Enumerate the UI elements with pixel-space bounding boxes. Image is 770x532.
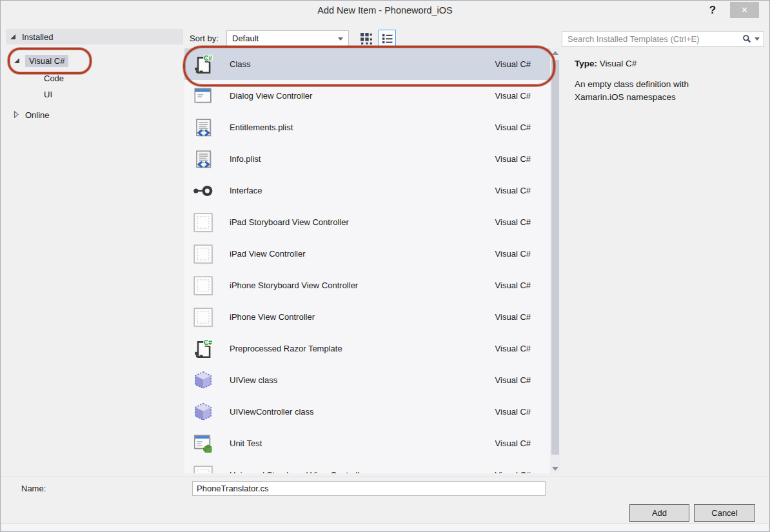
template-name: Unit Test	[230, 438, 495, 448]
template-name: iPhone View Controller	[230, 312, 495, 322]
sidebar-item-visual-csharp[interactable]: Visual C#	[14, 55, 68, 67]
template-name: UIView class	[230, 375, 495, 385]
cube-icon	[192, 369, 214, 391]
template-name: Class	[230, 59, 495, 69]
scrollbar-thumb[interactable]	[551, 60, 559, 455]
description-line: Xamarin.iOS namespaces	[575, 91, 762, 104]
template-type-label: Visual C#	[495, 344, 531, 353]
plist-icon	[192, 117, 214, 139]
template-name: UIViewController class	[230, 407, 495, 417]
type-label: Type:	[575, 59, 597, 68]
dotted-square-icon	[192, 212, 214, 233]
type-value: Visual C#	[600, 59, 637, 68]
installed-label: Installed	[22, 32, 53, 42]
name-input[interactable]	[192, 481, 546, 496]
online-label: Online	[25, 110, 50, 120]
add-new-item-dialog: Add New Item - Phoneword_iOS ? ✕ Install…	[0, 0, 770, 532]
template-type-label: Visual C#	[495, 312, 531, 322]
template-type-label: Visual C#	[495, 186, 531, 195]
template-item-unit-test[interactable]: Unit Test Visual C#	[184, 428, 550, 459]
cancel-button[interactable]: Cancel	[694, 504, 755, 522]
template-item-preprocessed-razor-template[interactable]: Preprocessed Razor Template Visual C#	[184, 333, 550, 364]
add-button[interactable]: Add	[629, 504, 689, 522]
template-item-iphone-view-controller[interactable]: iPhone View Controller Visual C#	[184, 301, 550, 333]
bottom-separator	[1, 476, 769, 477]
list-view-icon	[381, 32, 394, 45]
interface-icon	[192, 180, 214, 202]
dotted-square-icon	[192, 306, 214, 328]
close-button[interactable]: ✕	[730, 2, 759, 18]
dotted-square-icon	[192, 275, 214, 297]
template-name: Preprocessed Razor Template	[230, 344, 495, 353]
template-name: Universal Storyboard View Controller	[230, 470, 495, 473]
template-type-label: Visual C#	[495, 249, 531, 259]
search-box	[562, 31, 764, 47]
template-item-info-plist[interactable]: Info.plist Visual C#	[184, 143, 550, 175]
template-name: Interface	[230, 186, 495, 195]
template-item-entitlements-plist[interactable]: Entitlements.plist Visual C#	[184, 112, 550, 143]
search-input[interactable]	[562, 32, 742, 46]
arrow-up-icon	[552, 51, 558, 55]
template-name: Entitlements.plist	[230, 123, 495, 132]
template-name: Info.plist	[230, 154, 495, 164]
csharp-class-icon	[192, 54, 214, 75]
chevron-down-icon	[755, 37, 760, 41]
template-type-label: Visual C#	[495, 281, 531, 290]
expanded-triangle-icon	[10, 31, 16, 43]
unit-test-icon	[192, 433, 214, 455]
template-type-row: Type: Visual C#	[575, 59, 637, 68]
chevron-down-icon	[338, 37, 343, 41]
template-item-uiviewcontroller-class[interactable]: UIViewController class Visual C#	[184, 396, 550, 428]
template-description: An empty class definition with Xamarin.i…	[575, 78, 762, 104]
template-type-label: Visual C#	[495, 438, 531, 448]
title-bar: Add New Item - Phoneword_iOS ? ✕	[1, 1, 769, 20]
small-icons-view-button[interactable]	[359, 32, 374, 46]
footer-strip	[1, 523, 769, 531]
template-type-label: Visual C#	[495, 470, 531, 473]
description-line: An empty class definition with	[575, 78, 762, 91]
scroll-down-button[interactable]	[550, 464, 560, 473]
ui-label: UI	[44, 90, 52, 99]
dialog-title: Add New Item - Phoneword_iOS	[1, 1, 769, 20]
dotted-square-icon	[192, 243, 214, 265]
cube-icon	[192, 401, 214, 423]
help-button[interactable]: ?	[705, 2, 720, 19]
list-scrollbar[interactable]	[550, 48, 560, 473]
template-type-label: Visual C#	[495, 91, 531, 101]
template-type-label: Visual C#	[495, 375, 531, 385]
template-type-label: Visual C#	[495, 407, 531, 417]
sort-by-value: Default	[232, 31, 259, 46]
sidebar-item-ui[interactable]: UI	[44, 90, 52, 99]
csharp-class-icon	[192, 338, 214, 360]
visual-csharp-label: Visual C#	[25, 55, 68, 67]
sidebar-item-online[interactable]: Online	[13, 110, 50, 120]
search-icon	[742, 34, 752, 44]
list-view-button[interactable]	[379, 30, 396, 47]
template-item-dialog-view-controller[interactable]: Dialog View Controller Visual C#	[184, 80, 550, 112]
template-name: iPhone Storyboard View Controller	[230, 281, 495, 290]
template-type-label: Visual C#	[495, 217, 531, 227]
template-item-ipad-view-controller[interactable]: iPad View Controller Visual C#	[184, 238, 550, 270]
dialog-window-icon	[192, 85, 214, 107]
sidebar-item-installed[interactable]: Installed	[6, 29, 183, 44]
sort-by-label: Sort by:	[190, 30, 219, 47]
code-label: Code	[44, 74, 64, 83]
collapsed-triangle-icon	[13, 110, 19, 120]
dotted-square-icon	[192, 464, 214, 474]
name-label: Name:	[21, 480, 46, 497]
template-item-uiview-class[interactable]: UIView class Visual C#	[184, 364, 550, 396]
template-name: iPad View Controller	[230, 249, 495, 259]
template-type-label: Visual C#	[495, 123, 531, 132]
template-item-iphone-storyboard-view-controller[interactable]: iPhone Storyboard View Controller Visual…	[184, 270, 550, 301]
template-item-universal-storyboard-view-controller[interactable]: Universal Storyboard View Controller Vis…	[184, 459, 550, 473]
template-type-label: Visual C#	[495, 154, 531, 164]
search-controls[interactable]	[742, 34, 760, 44]
scroll-up-button[interactable]	[550, 48, 560, 57]
template-list: Class Visual C# Dialog View Controller V…	[184, 48, 550, 473]
sidebar-item-code[interactable]: Code	[44, 74, 64, 83]
sort-by-dropdown[interactable]: Default	[226, 30, 349, 47]
template-item-class[interactable]: Class Visual C#	[184, 48, 550, 80]
template-item-interface[interactable]: Interface Visual C#	[184, 175, 550, 206]
small-icons-view-icon	[360, 32, 373, 46]
template-item-ipad-storyboard-view-controller[interactable]: iPad Storyboard View Controller Visual C…	[184, 206, 550, 238]
